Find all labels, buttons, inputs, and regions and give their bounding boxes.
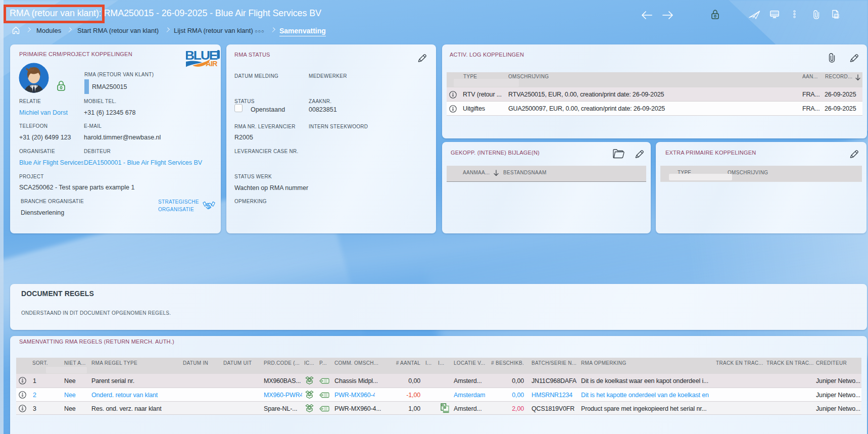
svg-text:AIR: AIR <box>206 60 218 68</box>
